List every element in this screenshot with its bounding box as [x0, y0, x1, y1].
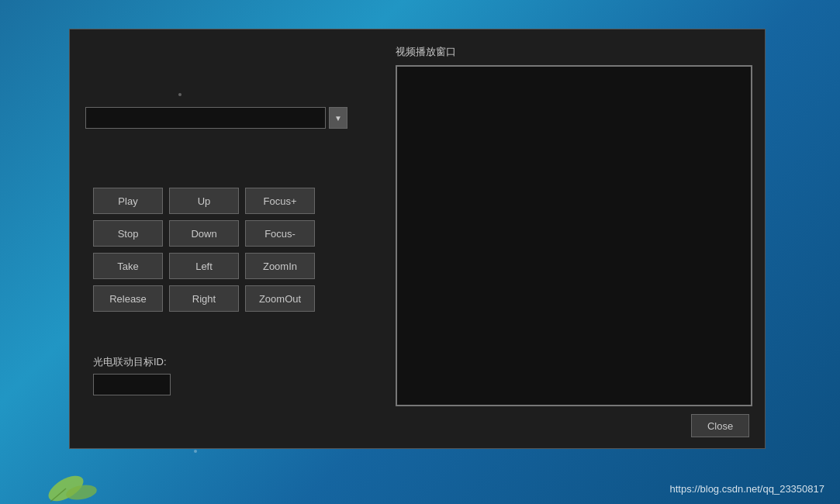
- video-window: [396, 65, 752, 406]
- left-panel: ▼ Play Up Focus+ Stop Down Focus- Take L…: [85, 45, 380, 406]
- up-button[interactable]: Up: [169, 188, 239, 214]
- target-id-label: 光电联动目标ID:: [93, 355, 380, 369]
- right-panel: 视频播放窗口: [396, 45, 752, 406]
- button-row-2: Stop Down Focus-: [93, 220, 380, 247]
- device-dropdown[interactable]: [85, 107, 326, 129]
- video-label: 视频播放窗口: [396, 45, 752, 59]
- close-button[interactable]: Close: [691, 414, 749, 437]
- play-button[interactable]: Play: [93, 188, 163, 214]
- deco-dot: [194, 450, 197, 453]
- control-buttons: Play Up Focus+ Stop Down Focus- Take Lef…: [93, 188, 380, 312]
- focus-minus-button[interactable]: Focus-: [245, 220, 315, 247]
- desktop-url: https://blog.csdn.net/qq_23350817: [670, 483, 825, 495]
- dialog-footer: Close: [70, 406, 765, 448]
- stop-button[interactable]: Stop: [93, 220, 163, 247]
- release-button[interactable]: Release: [93, 285, 163, 312]
- right-button[interactable]: Right: [169, 285, 239, 312]
- button-row-4: Release Right ZoomOut: [93, 285, 380, 312]
- device-select-row: ▼: [85, 107, 380, 129]
- focus-plus-button[interactable]: Focus+: [245, 188, 315, 214]
- down-button[interactable]: Down: [169, 220, 239, 247]
- left-button[interactable]: Left: [169, 253, 239, 279]
- zoom-in-button[interactable]: ZoomIn: [245, 253, 315, 279]
- chevron-down-icon: ▼: [334, 114, 342, 123]
- main-dialog: ▼ Play Up Focus+ Stop Down Focus- Take L…: [69, 29, 766, 449]
- button-row-1: Play Up Focus+: [93, 188, 380, 214]
- dropdown-arrow-button[interactable]: ▼: [329, 107, 347, 129]
- deco-dot: [178, 93, 181, 96]
- button-row-3: Take Left ZoomIn: [93, 253, 380, 279]
- dialog-body: ▼ Play Up Focus+ Stop Down Focus- Take L…: [70, 29, 765, 406]
- zoom-out-button[interactable]: ZoomOut: [245, 285, 315, 312]
- decorative-leaf: [43, 454, 112, 504]
- take-button[interactable]: Take: [93, 253, 163, 279]
- target-id-input[interactable]: [93, 374, 171, 395]
- target-id-section: 光电联动目标ID:: [93, 355, 380, 395]
